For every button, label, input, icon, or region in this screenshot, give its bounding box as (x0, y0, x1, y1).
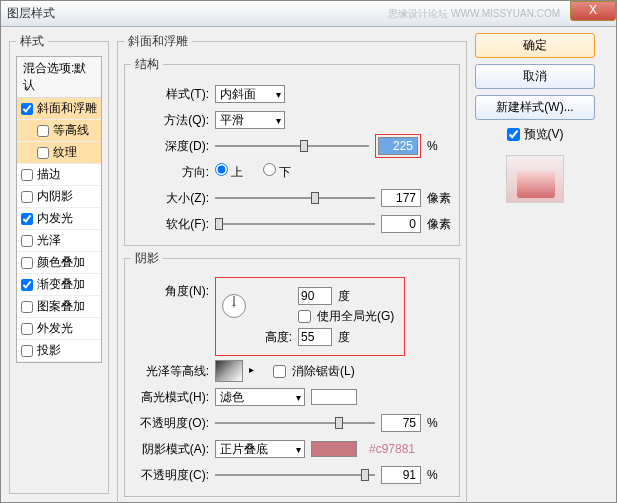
global-light-label: 使用全局光(G) (317, 308, 394, 325)
style-item-10[interactable]: 外发光 (17, 318, 101, 340)
style-item-checkbox[interactable] (21, 301, 33, 313)
structure-fieldset: 结构 样式(T): 内斜面 方法(Q): 平滑 深度(D): (124, 56, 460, 246)
style-item-label: 等高线 (53, 122, 89, 139)
direction-down-radio[interactable] (263, 163, 276, 176)
altitude-input[interactable] (298, 328, 332, 346)
gloss-label: 光泽等高线: (131, 363, 209, 380)
shadow-opacity-slider[interactable] (215, 467, 375, 483)
style-item-1[interactable]: 等高线 (17, 120, 101, 142)
bevel-legend: 斜面和浮雕 (124, 33, 192, 50)
technique-label: 方法(Q): (131, 112, 209, 129)
settings-column: 斜面和浮雕 结构 样式(T): 内斜面 方法(Q): 平滑 深度(D): (117, 33, 467, 494)
soften-label: 软化(F): (131, 216, 209, 233)
style-item-label: 投影 (37, 342, 61, 359)
technique-row: 方法(Q): 平滑 (131, 109, 453, 131)
depth-unit: % (427, 139, 453, 153)
angle-row: 角度(N): 度 使用全局光(G) (131, 277, 453, 356)
depth-input[interactable] (378, 137, 418, 155)
style-item-label: 描边 (37, 166, 61, 183)
style-item-checkbox[interactable] (37, 125, 49, 137)
angle-input[interactable] (298, 287, 332, 305)
highlight-opacity-row: 不透明度(O): % (131, 412, 453, 434)
style-item-checkbox[interactable] (21, 169, 33, 181)
direction-down[interactable]: 下 (263, 163, 291, 181)
direction-up[interactable]: 上 (215, 163, 243, 181)
size-slider[interactable] (215, 190, 375, 206)
preview-label: 预览(V) (524, 126, 564, 143)
styles-legend: 样式 (16, 33, 48, 50)
highlight-opacity-unit: % (427, 416, 453, 430)
global-light-checkbox[interactable] (298, 310, 311, 323)
style-item-checkbox[interactable] (21, 323, 33, 335)
ok-button[interactable]: 确定 (475, 33, 595, 58)
style-item-checkbox[interactable] (21, 345, 33, 357)
altitude-label: 高度: (252, 329, 292, 346)
depth-label: 深度(D): (131, 138, 209, 155)
shadow-mode-row: 阴影模式(A): 正片叠底 #c97881 (131, 438, 453, 460)
close-icon: X (589, 3, 597, 17)
style-item-4[interactable]: 内阴影 (17, 186, 101, 208)
shading-fieldset: 阴影 角度(N): 度 (124, 250, 460, 497)
shading-legend: 阴影 (131, 250, 163, 267)
style-item-8[interactable]: 渐变叠加 (17, 274, 101, 296)
technique-select[interactable]: 平滑 (215, 111, 285, 129)
layer-style-dialog: 图层样式 思缘设计论坛 WWW.MISSYUAN.COM X 样式 混合选项:默… (0, 0, 617, 503)
highlight-color-swatch[interactable] (311, 389, 357, 405)
antialias-checkbox[interactable] (273, 365, 286, 378)
gloss-contour-picker[interactable] (215, 360, 243, 382)
highlight-opacity-slider[interactable] (215, 415, 375, 431)
style-item-6[interactable]: 光泽 (17, 230, 101, 252)
direction-label: 方向: (131, 164, 209, 181)
style-item-checkbox[interactable] (21, 213, 33, 225)
style-item-checkbox[interactable] (21, 279, 33, 291)
shadow-mode-label: 阴影模式(A): (131, 441, 209, 458)
style-label: 样式(T): (131, 86, 209, 103)
gloss-row: 光泽等高线: 消除锯齿(L) (131, 360, 453, 382)
style-item-5[interactable]: 内发光 (17, 208, 101, 230)
titlebar: 图层样式 思缘设计论坛 WWW.MISSYUAN.COM X (1, 1, 616, 27)
blend-options-header[interactable]: 混合选项:默认 (17, 57, 101, 98)
size-input[interactable] (381, 189, 421, 207)
shadow-opacity-input[interactable] (381, 466, 421, 484)
soften-input[interactable] (381, 215, 421, 233)
shadow-mode-select[interactable]: 正片叠底 (215, 440, 305, 458)
angle-unit: 度 (338, 288, 350, 305)
highlight-mode-select[interactable]: 滤色 (215, 388, 305, 406)
style-select[interactable]: 内斜面 (215, 85, 285, 103)
style-item-checkbox[interactable] (21, 257, 33, 269)
angle-dial[interactable] (222, 294, 246, 318)
depth-slider[interactable] (215, 138, 369, 154)
styles-column: 样式 混合选项:默认 斜面和浮雕等高线纹理描边内阴影内发光光泽颜色叠加渐变叠加图… (9, 33, 109, 494)
direction-up-radio[interactable] (215, 163, 228, 176)
cancel-button[interactable]: 取消 (475, 64, 595, 89)
structure-legend: 结构 (131, 56, 163, 73)
style-item-2[interactable]: 纹理 (17, 142, 101, 164)
depth-row: 深度(D): % (131, 135, 453, 157)
style-item-label: 光泽 (37, 232, 61, 249)
close-button[interactable]: X (570, 1, 616, 21)
style-item-7[interactable]: 颜色叠加 (17, 252, 101, 274)
style-item-label: 内阴影 (37, 188, 73, 205)
style-item-checkbox[interactable] (21, 235, 33, 247)
style-item-11[interactable]: 投影 (17, 340, 101, 362)
size-label: 大小(Z): (131, 190, 209, 207)
preview-checkbox[interactable] (507, 128, 520, 141)
style-item-checkbox[interactable] (37, 147, 49, 159)
shadow-opacity-unit: % (427, 468, 453, 482)
style-item-label: 渐变叠加 (37, 276, 85, 293)
style-item-checkbox[interactable] (21, 191, 33, 203)
window-title: 图层样式 (7, 5, 55, 22)
shadow-color-swatch[interactable] (311, 441, 357, 457)
new-style-button[interactable]: 新建样式(W)... (475, 95, 595, 120)
size-row: 大小(Z): 像素 (131, 187, 453, 209)
style-item-label: 图案叠加 (37, 298, 85, 315)
style-item-checkbox[interactable] (21, 103, 33, 115)
style-item-3[interactable]: 描边 (17, 164, 101, 186)
styles-list: 混合选项:默认 斜面和浮雕等高线纹理描边内阴影内发光光泽颜色叠加渐变叠加图案叠加… (16, 56, 102, 363)
style-item-0[interactable]: 斜面和浮雕 (17, 98, 101, 120)
style-item-label: 外发光 (37, 320, 73, 337)
bevel-fieldset: 斜面和浮雕 结构 样式(T): 内斜面 方法(Q): 平滑 深度(D): (117, 33, 467, 503)
soften-slider[interactable] (215, 216, 375, 232)
highlight-opacity-input[interactable] (381, 414, 421, 432)
style-item-9[interactable]: 图案叠加 (17, 296, 101, 318)
